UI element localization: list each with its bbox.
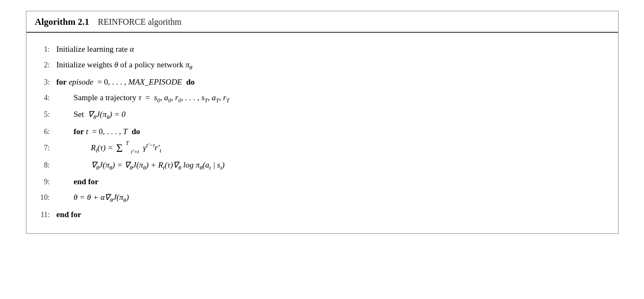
algorithm-label: Algorithm 2.1 — [35, 17, 89, 27]
theta-update-formula: θ = θ + α∇θJ(πθ) — [74, 193, 129, 201]
max-episode-var: MAX_EPISODE — [128, 78, 182, 86]
algo-line-1: 1: Initialize learning rate α — [39, 43, 605, 55]
line-content-2: Initialize weights θ of a policy network… — [57, 58, 605, 72]
trajectory-sequence: s0, a0, r0, . . . , sT, aT, rT — [154, 93, 230, 102]
algo-line-8: 8: ∇θJ(πθ) = ∇θJ(πθ) + Rt(τ)∇θ log πθ(at… — [39, 158, 605, 172]
line-number-7: 7: — [39, 142, 57, 154]
episode-var: episode — [68, 78, 93, 86]
line-content-3: for episode = 0, . . . , MAX_EPISODE do — [57, 75, 605, 88]
algo-line-9: 9: end for — [39, 175, 605, 188]
line-number-4: 4: — [39, 92, 57, 104]
algo-line-10: 10: θ = θ + α∇θJ(πθ) — [39, 191, 605, 205]
keyword-for-1: for — [57, 78, 67, 86]
line-number-2: 2: — [39, 59, 57, 71]
line-content-10: θ = θ + α∇θJ(πθ) — [57, 191, 605, 205]
line-number-3: 3: — [39, 77, 57, 88]
algo-line-2: 2: Initialize weights θ of a policy netw… — [39, 58, 605, 72]
line-number-5: 5: — [39, 109, 57, 121]
algo-line-4: 4: Sample a trajectory τ = s0, a0, r0, .… — [39, 91, 605, 105]
line-content-9: end for — [57, 175, 605, 188]
keyword-endfor-outer: end for — [57, 210, 81, 219]
keyword-for-2: for — [74, 127, 84, 136]
T-var: T — [123, 127, 127, 136]
line-number-11: 11: — [39, 209, 57, 221]
R-t-formula: Rt(τ) = Σ T t'=t γt'−tr't — [91, 143, 162, 152]
line-number-1: 1: — [39, 44, 57, 55]
keyword-do-2: do — [131, 127, 140, 136]
tau-symbol: τ — [139, 93, 141, 102]
algo-line-3: 3: for episode = 0, . . . , MAX_EPISODE … — [39, 75, 605, 88]
algorithm-title: REINFORCE algorithm — [98, 17, 182, 27]
line-number-9: 9: — [39, 176, 57, 188]
algo-line-7: 7: Rt(τ) = Σ T t'=t γt'−tr't — [39, 141, 605, 156]
line-content-1: Initialize learning rate α — [57, 43, 605, 55]
line-content-4: Sample a trajectory τ = s0, a0, r0, . . … — [57, 91, 605, 105]
line-content-7: Rt(τ) = Σ T t'=t γt'−tr't — [57, 141, 605, 156]
pi-theta-symbol: πθ — [185, 60, 192, 69]
t-var: t — [86, 127, 88, 136]
line-number-8: 8: — [39, 159, 57, 171]
theta-symbol: θ — [114, 60, 118, 69]
algorithm-body: 1: Initialize learning rate α 2: Initial… — [26, 33, 618, 233]
algo-line-6: 6: for t = 0, . . . , T do — [39, 125, 605, 138]
algorithm-box: Algorithm 2.1 REINFORCE algorithm 1: Ini… — [26, 11, 619, 234]
alpha-symbol: α — [130, 45, 134, 53]
line-content-8: ∇θJ(πθ) = ∇θJ(πθ) + Rt(τ)∇θ log πθ(at | … — [57, 158, 605, 172]
line-number-10: 10: — [39, 192, 57, 204]
algo-line-11: 11: end for — [39, 208, 605, 221]
line-content-6: for t = 0, . . . , T do — [57, 125, 605, 138]
keyword-endfor-inner: end for — [74, 177, 99, 186]
algorithm-header: Algorithm 2.1 REINFORCE algorithm — [26, 11, 618, 33]
nabla-j-set: ∇θJ(πθ) = 0 — [86, 110, 126, 119]
line-number-6: 6: — [39, 126, 57, 138]
line-content-5: Set ∇θJ(πθ) = 0 — [57, 108, 605, 122]
line-content-11: end for — [57, 208, 605, 221]
nabla-update-formula: ∇θJ(πθ) = ∇θJ(πθ) + Rt(τ)∇θ log πθ(at | … — [91, 161, 225, 169]
algo-line-5: 5: Set ∇θJ(πθ) = 0 — [39, 108, 605, 122]
keyword-do-1: do — [186, 78, 195, 86]
